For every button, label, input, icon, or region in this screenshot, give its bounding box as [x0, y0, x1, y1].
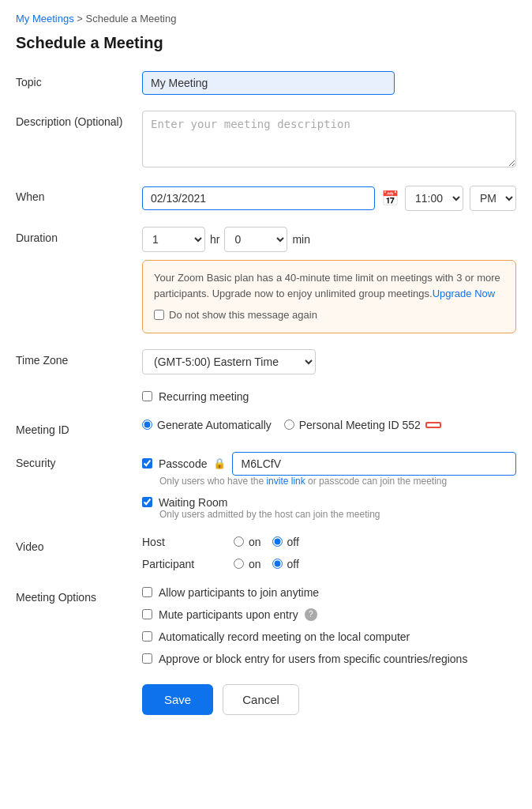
video-label: Video	[16, 536, 142, 553]
generate-auto-option[interactable]: Generate Automatically	[142, 419, 272, 431]
when-row: When 📅 11:00 11:30 12:00 AM PM	[16, 186, 516, 211]
join-anytime-label: Allow participants to join anytime	[159, 586, 319, 599]
security-control: Passcode 🔒 Only users who have the invit…	[142, 452, 516, 520]
timezone-label: Time Zone	[16, 349, 142, 367]
host-on-label: on	[249, 536, 261, 548]
time-select[interactable]: 11:00 11:30 12:00	[405, 186, 463, 211]
passcode-label: Passcode	[159, 457, 207, 470]
button-row: Save Cancel	[142, 684, 516, 715]
min-label: min	[292, 233, 310, 246]
personal-id-label: Personal Meeting ID 552	[299, 419, 421, 431]
recurring-label: Recurring meeting	[159, 390, 249, 403]
participant-on-label: on	[249, 558, 261, 570]
approve-block-checkbox[interactable]	[142, 653, 152, 664]
recurring-row: Recurring meeting	[142, 390, 516, 403]
topic-input[interactable]	[142, 71, 395, 95]
upgrade-banner: Your Zoom Basic plan has a 40-minute tim…	[142, 260, 516, 333]
duration-hr-select[interactable]: 1 2 3	[142, 227, 205, 252]
description-label: Description (Optional)	[16, 111, 142, 128]
personal-id-value	[425, 422, 441, 428]
host-off-option[interactable]: off	[272, 536, 299, 548]
waiting-room-checkbox[interactable]	[142, 497, 152, 507]
meeting-id-control: Generate Automatically Personal Meeting …	[142, 419, 516, 431]
invite-link[interactable]: invite link	[266, 476, 305, 487]
participant-on-option[interactable]: on	[234, 558, 261, 570]
timezone-select[interactable]: (GMT-5:00) Eastern Time (GMT-6:00) Centr…	[142, 349, 316, 374]
auto-record-label: Automatically record meeting on the loca…	[159, 630, 410, 643]
mute-help-icon[interactable]: ?	[305, 608, 317, 621]
save-button[interactable]: Save	[142, 684, 213, 715]
video-control: Host on off Participant	[142, 536, 516, 570]
mute-entry-checkbox[interactable]	[142, 609, 152, 619]
timezone-row: Time Zone (GMT-5:00) Eastern Time (GMT-6…	[16, 349, 516, 374]
passcode-input[interactable]	[232, 452, 516, 476]
host-label: Host	[142, 536, 221, 548]
recurring-checkbox[interactable]	[142, 391, 152, 401]
security-row: Security Passcode 🔒 Only users who have …	[16, 452, 516, 520]
generate-auto-radio[interactable]	[142, 420, 152, 430]
topic-label: Topic	[16, 71, 142, 88]
my-meetings-link[interactable]: My Meetings	[16, 13, 74, 24]
meeting-id-row: Meeting ID Generate Automatically Person…	[16, 419, 516, 436]
description-textarea[interactable]	[142, 111, 516, 167]
meeting-options-row: Meeting Options Allow participants to jo…	[16, 586, 516, 665]
video-row: Video Host on off Participant	[16, 536, 516, 570]
ampm-select[interactable]: AM PM	[470, 186, 516, 211]
hr-label: hr	[210, 233, 219, 246]
description-control	[142, 111, 516, 170]
duration-row: Duration 1 2 3 hr 0 15 30 45 min Your Zo…	[16, 227, 516, 333]
lock-icon: 🔒	[213, 457, 226, 469]
when-label: When	[16, 186, 142, 203]
dont-show-label: Do not show this message again	[169, 307, 317, 323]
calendar-icon[interactable]: 📅	[381, 190, 399, 207]
join-anytime-checkbox[interactable]	[142, 587, 152, 597]
breadcrumb: My Meetings > Schedule a Meeting	[16, 13, 516, 24]
duration-control: 1 2 3 hr 0 15 30 45 min Your Zoom Basic …	[142, 227, 516, 333]
breadcrumb-separator: >	[77, 13, 83, 24]
participant-label: Participant	[142, 558, 221, 570]
option-mute-entry: Mute participants upon entry ?	[142, 608, 516, 621]
dont-show-checkbox[interactable]	[154, 310, 164, 320]
passcode-checkbox[interactable]	[142, 458, 152, 468]
topic-row: Topic	[16, 71, 516, 95]
duration-min-select[interactable]: 0 15 30 45	[224, 227, 287, 252]
duration-label: Duration	[16, 227, 142, 244]
participant-off-option[interactable]: off	[272, 558, 299, 570]
description-row: Description (Optional)	[16, 111, 516, 170]
meeting-id-label: Meeting ID	[16, 419, 142, 436]
host-off-radio[interactable]	[272, 536, 283, 547]
meeting-options-control: Allow participants to join anytime Mute …	[142, 586, 516, 665]
upgrade-now-link[interactable]: Upgrade Now	[433, 288, 496, 299]
personal-id-radio[interactable]	[284, 420, 294, 430]
host-off-label: off	[287, 536, 299, 548]
waiting-room-hint: Only users admitted by the host can join…	[159, 509, 516, 520]
participant-off-radio[interactable]	[272, 559, 283, 569]
participant-off-label: off	[287, 558, 299, 570]
host-on-option[interactable]: on	[234, 536, 261, 548]
page-title: Schedule a Meeting	[16, 34, 516, 52]
personal-id-option[interactable]: Personal Meeting ID 552	[284, 419, 441, 431]
waiting-room-label: Waiting Room	[159, 496, 227, 509]
auto-record-checkbox[interactable]	[142, 631, 152, 642]
host-on-radio[interactable]	[234, 536, 244, 547]
cancel-button[interactable]: Cancel	[223, 684, 299, 715]
when-control: 📅 11:00 11:30 12:00 AM PM	[142, 186, 516, 211]
timezone-control: (GMT-5:00) Eastern Time (GMT-6:00) Centr…	[142, 349, 516, 374]
option-auto-record: Automatically record meeting on the loca…	[142, 630, 516, 643]
generate-auto-label: Generate Automatically	[157, 419, 272, 431]
meeting-options-label: Meeting Options	[16, 586, 142, 604]
approve-block-label: Approve or block entry for users from sp…	[159, 653, 467, 665]
participant-on-radio[interactable]	[234, 559, 244, 569]
date-input[interactable]	[142, 186, 375, 210]
passcode-hint: Only users who have the invite link or p…	[159, 476, 516, 487]
mute-entry-label: Mute participants upon entry	[159, 608, 298, 621]
security-label: Security	[16, 452, 142, 469]
breadcrumb-current: Schedule a Meeting	[86, 13, 177, 24]
option-join-anytime: Allow participants to join anytime	[142, 586, 516, 599]
topic-control	[142, 71, 516, 95]
option-approve-block: Approve or block entry for users from sp…	[142, 653, 516, 665]
